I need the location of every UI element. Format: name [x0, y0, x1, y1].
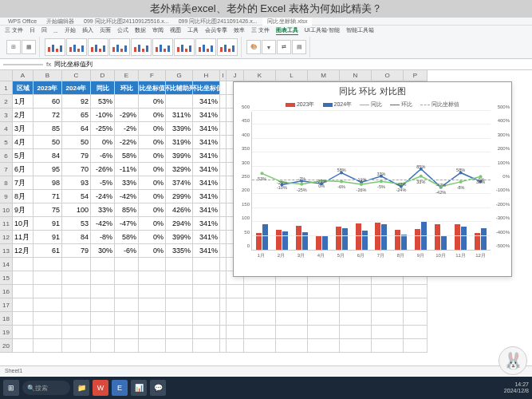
col-header-N[interactable]: N — [340, 70, 372, 81]
cell[interactable]: -47% — [115, 217, 139, 231]
name-box[interactable] — [3, 64, 43, 65]
chart-style-7[interactable] — [195, 38, 216, 56]
cell[interactable]: 100 — [62, 203, 91, 217]
cell[interactable]: 85% — [115, 203, 139, 217]
doc-tab-2[interactable]: 099 同比环比图2411091426.x... — [174, 18, 262, 26]
cell[interactable]: 53% — [91, 95, 115, 109]
doc-tab-1[interactable]: 099 同比环比图241109125516.x... — [79, 18, 174, 26]
cell[interactable]: 70 — [62, 163, 91, 176]
cell[interactable]: 0% — [91, 136, 115, 149]
menu-15[interactable]: 图表工具 — [276, 26, 298, 35]
cell[interactable]: 79 — [62, 149, 91, 163]
cell[interactable]: -11% — [115, 163, 139, 176]
cell[interactable]: 30% — [91, 244, 115, 258]
cell[interactable]: 341% — [193, 122, 220, 136]
cell[interactable]: 61 — [33, 244, 62, 258]
cell[interactable]: -5% — [91, 176, 115, 190]
col-header-F[interactable]: F — [139, 70, 166, 81]
move-chart-button[interactable]: ▤ — [292, 40, 306, 54]
menu-14[interactable]: 三 文件 — [251, 26, 270, 34]
cell[interactable]: 58% — [115, 149, 139, 163]
cell[interactable]: 71 — [33, 190, 62, 203]
cell[interactable]: -8% — [91, 231, 115, 244]
add-element-button[interactable]: ⊞ — [6, 40, 21, 54]
col-header-M[interactable]: M — [308, 70, 340, 81]
cell[interactable]: 0% — [139, 163, 166, 176]
col-header-I[interactable]: I — [220, 70, 227, 81]
doc-tab-0[interactable]: 开始编辑器 — [41, 18, 79, 26]
cell[interactable]: 84 — [33, 149, 62, 163]
start-button[interactable]: ⊞ — [3, 380, 19, 396]
cell[interactable]: 299% — [166, 190, 193, 203]
cell[interactable]: 5月 — [13, 149, 33, 163]
change-color-button[interactable]: 🎨 — [246, 40, 261, 54]
cell[interactable]: 50 — [33, 136, 62, 149]
table-header[interactable]: 区域 — [13, 81, 33, 95]
menu-16[interactable]: UI工具箱·智能 — [305, 26, 340, 34]
cell[interactable]: -10% — [91, 109, 115, 122]
menu-2[interactable]: 回 — [41, 26, 47, 34]
cell[interactable]: 0% — [139, 95, 166, 109]
cell[interactable]: 341% — [193, 95, 220, 109]
cell[interactable]: 98 — [33, 176, 62, 190]
cell[interactable]: 0% — [139, 109, 166, 122]
cell[interactable]: 65 — [62, 109, 91, 122]
cell[interactable]: -6% — [115, 244, 139, 258]
chart-style-8[interactable] — [217, 38, 238, 56]
menu-11[interactable]: 工具 — [187, 26, 199, 34]
cell[interactable]: 0% — [139, 136, 166, 149]
cell[interactable]: 7月 — [13, 176, 33, 190]
menu-7[interactable]: 公式 — [117, 26, 128, 34]
cell[interactable]: 10月 — [13, 217, 33, 231]
cell[interactable]: 1月 — [13, 95, 33, 109]
cell[interactable]: 0% — [139, 190, 166, 203]
chart-style-3[interactable] — [109, 38, 130, 56]
cell[interactable]: 84 — [62, 231, 91, 244]
cell[interactable]: 92 — [62, 95, 91, 109]
cell[interactable]: 341% — [193, 203, 220, 217]
cell[interactable]: 341% — [193, 231, 220, 244]
cell[interactable]: 4月 — [13, 136, 33, 149]
chart-style-2[interactable] — [88, 38, 108, 56]
col-header-H[interactable]: H — [193, 70, 220, 81]
cell[interactable]: 11月 — [13, 231, 33, 244]
chart-style-0[interactable] — [45, 38, 65, 56]
quick-layout-button[interactable]: ▦ — [22, 40, 36, 54]
col-header-G[interactable]: G — [166, 70, 193, 81]
col-header-K[interactable]: K — [244, 70, 276, 81]
cell[interactable]: 0% — [139, 176, 166, 190]
menu-9[interactable]: 审阅 — [152, 26, 164, 34]
cell[interactable]: -22% — [115, 136, 139, 149]
cell[interactable]: 91 — [33, 217, 62, 231]
cell[interactable]: 341% — [193, 244, 220, 258]
formula-content[interactable]: 同比坐标值列 — [54, 60, 93, 69]
cell[interactable]: 399% — [166, 231, 193, 244]
cell[interactable]: 294% — [166, 217, 193, 231]
cell[interactable]: 6月 — [13, 163, 33, 176]
fx-icon[interactable]: fx — [43, 61, 54, 68]
task-app-5[interactable]: 💬 — [150, 380, 166, 396]
task-app-2[interactable]: W — [93, 380, 108, 396]
cell[interactable]: -29% — [115, 109, 139, 122]
menu-3[interactable]: ... — [53, 28, 58, 34]
cell[interactable]: 79 — [62, 244, 91, 258]
cell[interactable]: 95 — [33, 163, 62, 176]
cell[interactable]: 60 — [33, 95, 62, 109]
menu-0[interactable]: 三 文件 — [5, 26, 23, 34]
menu-6[interactable]: 页面 — [100, 26, 111, 34]
cell[interactable]: 54 — [62, 190, 91, 203]
col-header-L[interactable]: L — [276, 70, 308, 81]
cell[interactable]: 12月 — [13, 244, 33, 258]
embedded-chart[interactable]: 同比 环比 对比图 2023年2024年同比环比同比坐标值 0501001502… — [233, 81, 512, 277]
cell[interactable]: 339% — [166, 122, 193, 136]
cell[interactable]: 341% — [193, 136, 220, 149]
chart-style-4[interactable] — [131, 38, 152, 56]
cell[interactable]: 341% — [193, 109, 220, 122]
menu-12[interactable]: 会员专享 — [205, 26, 227, 34]
cell[interactable]: 75 — [33, 203, 62, 217]
menu-8[interactable]: 数据 — [135, 26, 146, 34]
col-header-O[interactable]: O — [372, 70, 404, 81]
table-header[interactable]: 2023年 — [33, 81, 62, 95]
table-header[interactable]: 同比 — [91, 81, 115, 95]
cell[interactable]: 0% — [139, 122, 166, 136]
